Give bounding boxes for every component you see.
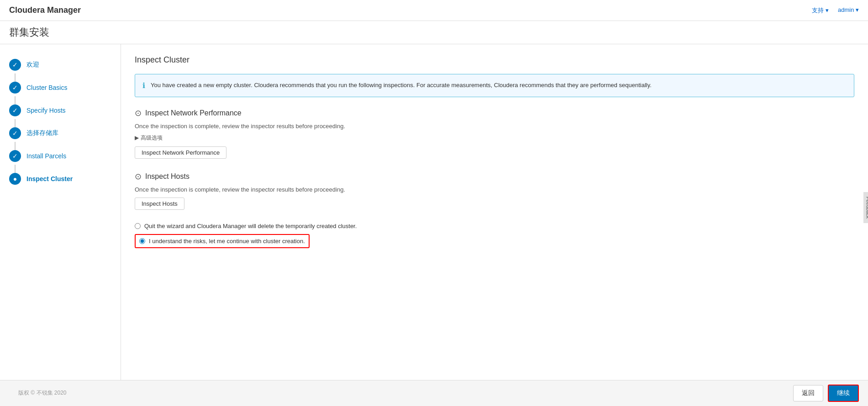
radio-group: Quit the wizard and Cloudera Manager wil… bbox=[135, 223, 854, 253]
sidebar-label-install-parcels: Install Parcels bbox=[26, 152, 66, 160]
hosts-section-title: ⊙ Inspect Hosts bbox=[135, 172, 854, 182]
support-label: 支持 bbox=[812, 7, 824, 14]
inspect-network-button[interactable]: Inspect Network Performance bbox=[135, 146, 226, 159]
sidebar-item-specify-hosts[interactable]: ✓ Specify Hosts bbox=[0, 99, 121, 122]
radio-quit-label: Quit the wizard and Cloudera Manager wil… bbox=[144, 223, 357, 229]
content-title: Inspect Cluster bbox=[135, 55, 854, 65]
sidebar-label-specify-hosts: Specify Hosts bbox=[26, 107, 66, 114]
hosts-clock-icon: ⊙ bbox=[135, 172, 142, 182]
hosts-description: Once the inspection is complete, review … bbox=[135, 186, 854, 193]
sidebar-icon-cluster-basics: ✓ bbox=[9, 82, 21, 94]
sidebar-icon-inspect-cluster: ● bbox=[9, 173, 21, 185]
sidebar-label-cluster-basics: Cluster Basics bbox=[26, 84, 67, 91]
admin-label: admin bbox=[838, 6, 854, 13]
advanced-options-toggle[interactable]: ▶ 高级选项 bbox=[135, 134, 854, 142]
header: Cloudera Manager 支持 ▾ admin ▾ bbox=[0, 0, 868, 21]
admin-link[interactable]: admin ▾ bbox=[838, 6, 859, 15]
main-layout: ✓ 欢迎 ✓ Cluster Basics ✓ Specify Hosts ✓ … bbox=[0, 44, 868, 380]
info-box: ℹ You have created a new empty cluster. … bbox=[135, 74, 854, 97]
radio-continue-label: I understand the risks, let me continue … bbox=[149, 238, 305, 245]
sidebar-icon-welcome: ✓ bbox=[9, 59, 21, 71]
radio-continue[interactable] bbox=[139, 238, 145, 244]
sidebar-item-install-parcels[interactable]: ✓ Install Parcels bbox=[0, 145, 121, 167]
app-logo: Cloudera Manager bbox=[9, 5, 81, 15]
sidebar-icon-install-parcels: ✓ bbox=[9, 150, 21, 162]
continue-button[interactable]: 继续 bbox=[828, 385, 859, 402]
support-link[interactable]: 支持 ▾ bbox=[812, 6, 829, 15]
feedback-tab[interactable]: Feedback bbox=[863, 192, 868, 223]
inspect-hosts-section: ⊙ Inspect Hosts Once the inspection is c… bbox=[135, 172, 854, 210]
radio-item-quit: Quit the wizard and Cloudera Manager wil… bbox=[135, 223, 854, 229]
sidebar-item-welcome[interactable]: ✓ 欢迎 bbox=[0, 53, 121, 76]
sidebar-label-welcome: 欢迎 bbox=[26, 61, 39, 69]
chevron-right-icon: ▶ bbox=[135, 135, 139, 141]
clock-icon: ⊙ bbox=[135, 108, 142, 118]
info-text: You have created a new empty cluster. Cl… bbox=[151, 81, 652, 90]
advanced-label: 高级选项 bbox=[141, 134, 163, 142]
logo-text: Cloudera bbox=[9, 5, 47, 15]
content-area: Inspect Cluster ℹ You have created a new… bbox=[121, 44, 868, 380]
hosts-title-text: Inspect Hosts bbox=[145, 172, 189, 181]
sidebar: ✓ 欢迎 ✓ Cluster Basics ✓ Specify Hosts ✓ … bbox=[0, 44, 121, 380]
sidebar-item-select-repo[interactable]: ✓ 选择存储库 bbox=[0, 122, 121, 145]
sidebar-item-inspect-cluster[interactable]: ● Inspect Cluster bbox=[0, 167, 121, 190]
network-title-text: Inspect Network Performance bbox=[145, 109, 242, 117]
logo-bold: Manager bbox=[47, 5, 81, 15]
network-section-title: ⊙ Inspect Network Performance bbox=[135, 108, 854, 118]
radio-quit[interactable] bbox=[135, 223, 141, 229]
page-title: 群集安装 bbox=[9, 26, 859, 39]
info-icon: ℹ bbox=[142, 81, 145, 90]
inspect-hosts-button[interactable]: Inspect Hosts bbox=[135, 198, 184, 210]
page-title-bar: 群集安装 bbox=[0, 21, 868, 44]
sidebar-item-cluster-basics[interactable]: ✓ Cluster Basics bbox=[0, 76, 121, 99]
sidebar-icon-select-repo: ✓ bbox=[9, 127, 21, 139]
back-button[interactable]: 返回 bbox=[793, 385, 823, 401]
sidebar-icon-specify-hosts: ✓ bbox=[9, 104, 21, 116]
network-description: Once the inspection is complete, review … bbox=[135, 123, 854, 130]
footer: 版权 © 不锐集 2020 返回 继续 bbox=[0, 380, 868, 406]
network-performance-section: ⊙ Inspect Network Performance Once the i… bbox=[135, 108, 854, 159]
radio-item-continue: I understand the risks, let me continue … bbox=[135, 234, 310, 248]
sidebar-label-inspect-cluster: Inspect Cluster bbox=[26, 175, 73, 182]
header-nav: 支持 ▾ admin ▾ bbox=[812, 6, 859, 15]
sidebar-label-select-repo: 选择存储库 bbox=[26, 129, 58, 137]
footer-copyright: 版权 © 不锐集 2020 bbox=[18, 389, 67, 397]
